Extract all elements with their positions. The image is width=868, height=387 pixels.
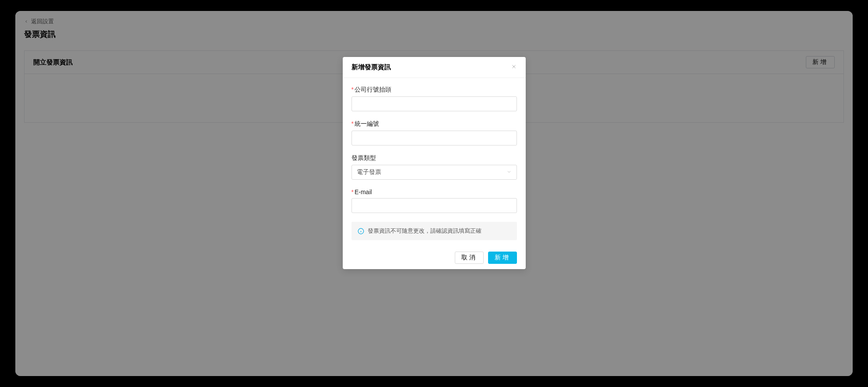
modal-footer: 取消 新增 [343, 246, 526, 269]
cancel-button[interactable]: 取消 [455, 252, 484, 264]
add-invoice-modal: 新增發票資訊 *公司行號抬頭 *統一編號 發票類型 [343, 57, 526, 269]
invoice-type-group: 發票類型 電子發票 [351, 154, 517, 180]
close-button[interactable] [511, 64, 517, 71]
modal-header: 新增發票資訊 [343, 57, 526, 78]
company-name-label: *公司行號抬頭 [351, 86, 517, 94]
required-mark: * [351, 120, 354, 127]
email-input[interactable] [351, 198, 517, 213]
invoice-type-label: 發票類型 [351, 154, 517, 162]
invoice-type-selected: 電子發票 [357, 168, 381, 176]
tax-id-group: *統一編號 [351, 120, 517, 146]
email-label: *E-mail [351, 188, 517, 195]
modal-overlay[interactable]: 新增發票資訊 *公司行號抬頭 *統一編號 發票類型 [15, 11, 853, 376]
required-mark: * [351, 86, 354, 93]
company-name-input[interactable] [351, 96, 517, 111]
modal-body: *公司行號抬頭 *統一編號 發票類型 電子發票 [343, 78, 526, 246]
app-window: 返回設置 發票資訊 開立發票資訊 新增 新增發票資訊 *公司行號抬頭 [15, 11, 853, 376]
required-mark: * [351, 188, 354, 195]
tax-id-label: *統一編號 [351, 120, 517, 128]
email-label-text: E-mail [355, 188, 372, 195]
invoice-type-select[interactable]: 電子發票 [351, 165, 517, 180]
info-icon [358, 228, 364, 234]
info-alert-text: 發票資訊不可隨意更改，請確認資訊填寫正確 [368, 227, 481, 235]
modal-title: 新增發票資訊 [351, 63, 391, 71]
tax-id-input[interactable] [351, 131, 517, 146]
company-name-group: *公司行號抬頭 [351, 86, 517, 111]
chevron-down-icon [506, 169, 512, 176]
info-alert: 發票資訊不可隨意更改，請確認資訊填寫正確 [351, 222, 517, 240]
company-name-label-text: 公司行號抬頭 [355, 86, 391, 93]
tax-id-label-text: 統一編號 [355, 120, 379, 127]
close-icon [511, 64, 517, 71]
email-group: *E-mail [351, 188, 517, 213]
submit-button[interactable]: 新增 [488, 252, 517, 264]
